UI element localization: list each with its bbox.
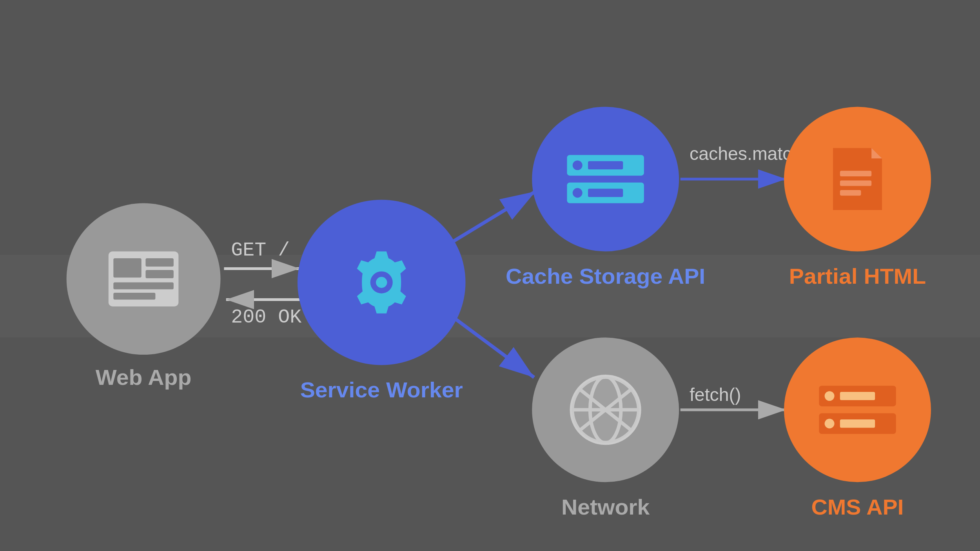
network-circle (532, 337, 679, 482)
svg-rect-34 (840, 392, 875, 400)
cache-storage-label: Cache Storage API (486, 264, 724, 289)
svg-rect-31 (840, 190, 861, 196)
partial-html-label: Partial HTML (735, 264, 980, 289)
svg-point-36 (825, 419, 835, 429)
svg-rect-10 (113, 258, 141, 277)
cms-api-label: CMS API (763, 495, 952, 520)
partial-html-icon (826, 145, 889, 214)
service-worker-label: Service Worker (276, 377, 486, 403)
svg-rect-37 (840, 419, 875, 428)
svg-rect-22 (588, 189, 623, 197)
cache-storage-circle (532, 107, 679, 251)
svg-point-21 (573, 188, 583, 198)
svg-rect-12 (145, 270, 173, 278)
ok-label: 200 OK (231, 306, 301, 328)
svg-point-33 (825, 391, 835, 401)
svg-rect-14 (113, 293, 155, 300)
cms-api-icon (815, 382, 899, 437)
web-app-circle (67, 203, 221, 355)
svg-rect-29 (840, 171, 871, 176)
cache-storage-icon (564, 152, 648, 207)
network-icon (567, 372, 644, 448)
svg-rect-30 (840, 180, 871, 186)
partial-html-circle (784, 107, 931, 251)
svg-point-28 (572, 377, 639, 443)
svg-point-16 (376, 277, 387, 288)
network-label: Network (486, 495, 724, 520)
web-app-label: Web App (67, 365, 221, 390)
svg-rect-19 (588, 161, 623, 169)
svg-line-5 (448, 192, 535, 245)
svg-rect-11 (145, 258, 173, 266)
get-label: GET / (231, 240, 290, 261)
service-worker-circle (298, 200, 466, 365)
web-app-icon (105, 248, 182, 310)
cms-api-circle (784, 337, 931, 482)
diagram: GET / 200 OK caches.match() fetch() Web … (0, 0, 980, 551)
svg-rect-13 (113, 283, 174, 290)
fetch-label: fetch() (690, 384, 741, 406)
gear-icon (343, 245, 420, 320)
svg-point-18 (573, 160, 583, 170)
